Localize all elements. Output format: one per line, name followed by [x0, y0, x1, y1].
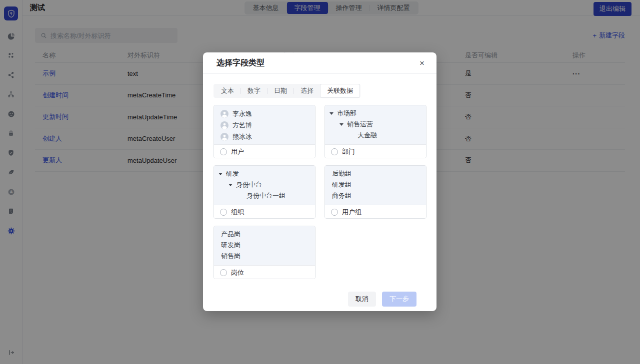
tree-node: 销售运营	[347, 120, 373, 129]
list-item: 后勤组	[325, 168, 426, 179]
caret-down-icon	[340, 123, 344, 126]
radio-circle-icon[interactable]	[220, 148, 227, 155]
list-item: 商务组	[325, 190, 426, 201]
field-type-card-department: 市场部 销售运营 大金融 部门	[324, 105, 426, 158]
tab-text[interactable]: 文本	[214, 84, 240, 97]
tree-node: 身份中台一组	[246, 191, 286, 200]
department-preview: 市场部 销售运营 大金融	[325, 105, 426, 144]
user-name: 方艺博	[232, 121, 252, 130]
user-group-preview: 后勤组 研发组 商务组	[325, 166, 426, 205]
caret-down-icon	[330, 112, 334, 115]
radio-option-position[interactable]: 岗位	[214, 265, 315, 279]
position-preview: 产品岗 研发岗 销售岗	[214, 226, 315, 265]
tree-node: 身份中台	[236, 180, 262, 189]
tab-related-data[interactable]: 关联数据	[320, 84, 360, 97]
radio-label: 用户	[231, 147, 244, 156]
tab-number[interactable]: 数字	[241, 84, 267, 97]
radio-circle-icon[interactable]	[220, 269, 227, 276]
user-name: 熊冰冰	[232, 132, 252, 141]
list-item: 研发岗	[214, 240, 315, 251]
radio-label: 岗位	[231, 268, 244, 277]
list-item: 研发组	[325, 179, 426, 190]
radio-circle-icon[interactable]	[220, 209, 227, 216]
dialog-title: 选择字段类型	[216, 58, 264, 68]
field-type-card-organization: 研发 身份中台 身份中台一组 组织	[214, 165, 316, 219]
next-step-button[interactable]: 下一步	[382, 292, 416, 307]
organization-preview: 研发 身份中台 身份中台一组	[214, 166, 315, 205]
user-name: 李永逸	[232, 109, 252, 118]
list-item: 销售岗	[214, 251, 315, 262]
field-type-card-user-group: 后勤组 研发组 商务组 用户组	[324, 165, 426, 219]
user-preview: 李永逸 方艺博 熊冰冰	[214, 105, 315, 144]
tab-select[interactable]: 选择	[294, 84, 320, 97]
close-icon[interactable]: ×	[420, 59, 424, 67]
tree-node: 大金融	[358, 131, 377, 140]
tree-node: 市场部	[337, 109, 356, 118]
cancel-button[interactable]: 取消	[348, 292, 376, 307]
field-type-card-position: 产品岗 研发岗 销售岗 岗位	[214, 226, 316, 279]
field-type-tabs: 文本 数字 日期 选择 关联数据	[214, 84, 360, 98]
radio-option-organization[interactable]: 组织	[214, 205, 315, 219]
radio-circle-icon[interactable]	[331, 209, 338, 216]
avatar-icon	[220, 121, 228, 129]
radio-option-user-group[interactable]: 用户组	[325, 205, 426, 219]
avatar-icon	[220, 133, 228, 141]
select-field-type-dialog: 选择字段类型 × 文本 数字 日期 选择 关联数据 李永逸	[203, 52, 436, 311]
field-type-card-user: 李永逸 方艺博 熊冰冰 用户	[214, 105, 316, 158]
tab-date[interactable]: 日期	[268, 84, 294, 97]
radio-label: 组织	[231, 208, 244, 217]
radio-option-department[interactable]: 部门	[325, 144, 426, 158]
caret-down-icon	[228, 184, 232, 186]
radio-option-user[interactable]: 用户	[214, 144, 315, 158]
list-item: 产品岗	[214, 229, 315, 240]
avatar-icon	[220, 110, 228, 118]
radio-label: 用户组	[342, 208, 362, 217]
tree-node: 研发	[226, 169, 239, 178]
caret-down-icon	[218, 173, 222, 175]
radio-label: 部门	[342, 147, 355, 156]
radio-circle-icon[interactable]	[331, 148, 338, 155]
